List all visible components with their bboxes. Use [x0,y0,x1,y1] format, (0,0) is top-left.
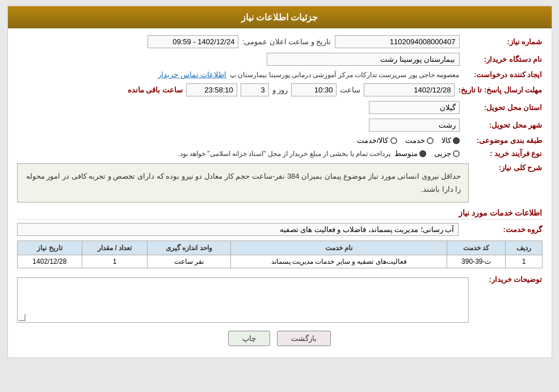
col-header-code: کد خدمت [447,241,506,255]
announce-datetime-value: 1402/12/24 - 09:59 [148,35,238,48]
resize-handle[interactable] [19,314,26,321]
province-label: استان محل تحویل: [463,103,543,112]
category-label-service: خدمت [405,136,425,145]
category-label: طبقه بندی موضوعی: [463,136,543,145]
cell-row: 1 [506,255,542,268]
request-number-label: شماره نیاز: [463,37,543,46]
category-option-3[interactable]: کالا/خدمت [357,136,397,145]
province-value: گیلان [369,101,460,114]
description-text: حداقل نیروی انسانی مورد نیاز موضوع پیمان… [17,163,469,203]
category-radio-group: کالا خدمت کالا/خدمت [357,136,460,145]
purchase-label-jozi: جزیی [434,149,451,158]
category-label-both: کالا/خدمت [357,136,389,145]
category-label-kala: کالا [442,136,451,145]
description-section-title: شرح کلی نیاز: [474,163,543,172]
col-header-date: تاریخ نیاز [17,241,82,255]
cell-date: 1402/12/28 [17,255,82,268]
group-service-value: آب رسانی؛ مدیریت پسماند، فاضلاب و فعالیت… [17,223,459,236]
print-button[interactable]: چاپ [228,331,270,346]
services-table: ردیف کد خدمت نام خدمت واحد اندازه گیری ت… [17,241,543,268]
col-header-row: ردیف [506,241,542,255]
cell-code: ث-39-390 [447,255,506,268]
services-section-title: اطلاعات خدمات مورد نیاز [17,208,543,220]
purchase-type-label: نوع فرآیند خرید : [463,149,543,158]
col-header-unit: واحد اندازه گیری [147,241,230,255]
cell-name: فعالیت‌های تصفیه و سایر خدمات مدیریت پسم… [230,255,447,268]
purchase-radio-jozi[interactable] [453,150,460,157]
creator-label: ایجاد کننده درخواست: [463,70,543,79]
deadline-day-label: روز و [272,86,288,94]
col-header-name: نام خدمت [230,241,447,255]
city-value: رشت [369,119,460,132]
deadline-time-label: ساعت [340,86,360,94]
col-header-qty: تعداد / مقدار [82,241,148,255]
creator-name: معصومه حاجی پور سرپرست تدارکات مرکز آموز… [230,71,459,79]
table-row: 1 ث-39-390 فعالیت‌های تصفیه و سایر خدمات… [17,255,542,268]
cell-qty: 1 [82,255,148,268]
category-radio-both[interactable] [390,137,397,144]
purchase-radio-motevaset[interactable] [419,150,426,157]
buyer-notes-box [17,277,469,323]
creator-contact-link[interactable]: اطلاعات تماس خریدار [158,70,226,79]
category-radio-service[interactable] [427,137,434,144]
group-service-label: گروه خدمت: [463,225,543,234]
city-label: شهر محل تحویل: [463,121,543,129]
buyer-notes-label: توضیحات خریدار: [474,275,543,284]
deadline-time: 10:30 [291,83,337,96]
deadline-remain-label: ساعت باقی مانده [128,86,183,94]
purchase-option-1[interactable]: جزیی [434,149,460,158]
deadline-days: 3 [241,83,269,96]
deadline-date: 1402/12/28 [364,83,455,96]
category-radio-kala[interactable] [453,137,460,144]
category-option-2[interactable]: خدمت [405,136,434,145]
category-option-1[interactable]: کالا [442,136,460,145]
purchase-note: پرداخت تمام یا بخشی از مبلغ خریدار از مح… [178,150,390,158]
back-button[interactable]: بازگشت [277,331,331,346]
page-title: جزئیات اطلاعات نیاز [8,6,552,28]
deadline-remain: 23:58:10 [186,83,237,96]
request-number-value: 1102094008000407 [335,35,460,48]
buyer-org-value: بیمارستان پورسینا رشت [267,53,460,66]
purchase-label-motevaset: متوسط [394,149,418,158]
purchase-option-2[interactable]: متوسط [394,149,426,158]
deadline-label: مهلت ارسال پاسخ: تا تاریخ: [458,86,542,94]
announce-datetime-label: تاریخ و ساعت اعلان عمومی: [242,37,331,46]
cell-unit: نفر ساعت [147,255,230,268]
buyer-org-label: نام دستگاه خریدار: [463,55,543,64]
purchase-type-radio-group: جزیی متوسط [394,149,460,158]
